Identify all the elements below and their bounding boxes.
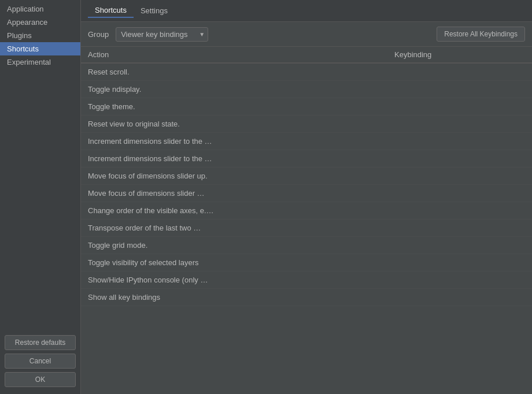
table-row[interactable]: Change order of the visible axes, e.… [81, 202, 532, 220]
cell-action: Change order of the visible axes, e.… [81, 206, 387, 215]
table-container: Action Keybinding Reset scroll.Toggle nd… [81, 47, 532, 394]
sidebar-item-application[interactable]: Application [0, 2, 80, 16]
table-row[interactable]: Move focus of dimensions slider up. [81, 168, 532, 185]
cell-action: Show all key bindings [81, 293, 387, 302]
cell-action: Toggle theme. [81, 102, 387, 111]
cell-keybinding [387, 68, 532, 76]
main-header: ShortcutsSettings [81, 0, 532, 22]
cell-keybinding [387, 172, 532, 180]
cell-action: Increment dimensions slider to the … [81, 154, 387, 163]
group-select-wrapper: Viewer key bindingsGlobal key bindings ▼ [116, 27, 208, 42]
table-header: Action Keybinding [81, 47, 532, 64]
table-row[interactable]: Toggle visibility of selected layers [81, 254, 532, 272]
cell-action: Reset view to original state. [81, 120, 387, 128]
restore-defaults-button[interactable]: Restore defaults [5, 335, 76, 350]
column-action-header: Action [81, 50, 387, 59]
sidebar-item-plugins[interactable]: Plugins [0, 29, 80, 42]
cell-keybinding [387, 276, 532, 284]
cell-action: Move focus of dimensions slider … [81, 189, 387, 198]
table-row[interactable]: Show/Hide IPython console (only … [81, 272, 532, 289]
sidebar-item-shortcuts[interactable]: Shortcuts [0, 42, 80, 55]
table-row[interactable]: Show all key bindings [81, 289, 532, 306]
cell-action: Increment dimensions slider to the … [81, 137, 387, 146]
table-row[interactable]: Increment dimensions slider to the … [81, 150, 532, 168]
ok-button[interactable]: OK [5, 372, 76, 387]
cell-keybinding [387, 85, 532, 94]
main-content: ShortcutsSettings Group Viewer key bindi… [81, 0, 532, 394]
content-area: Group Viewer key bindingsGlobal key bind… [81, 22, 532, 394]
group-select[interactable]: Viewer key bindingsGlobal key bindings [116, 27, 208, 42]
cancel-button[interactable]: Cancel [5, 354, 76, 369]
table-rows: Reset scroll.Toggle ndisplay.Toggle them… [81, 64, 532, 306]
table-row[interactable]: Transpose order of the last two … [81, 220, 532, 237]
group-label: Group [88, 30, 109, 39]
sidebar-bottom: Restore defaults Cancel OK [0, 330, 80, 392]
cell-action: Transpose order of the last two … [81, 224, 387, 232]
cell-keybinding [387, 258, 532, 267]
cell-keybinding [387, 102, 532, 111]
tab-settings[interactable]: Settings [134, 4, 175, 17]
table-row[interactable]: Increment dimensions slider to the … [81, 133, 532, 150]
cell-action: Toggle ndisplay. [81, 85, 387, 94]
sidebar-item-experimental[interactable]: Experimental [0, 55, 80, 69]
toolbar: Group Viewer key bindingsGlobal key bind… [81, 22, 532, 47]
table-row[interactable]: Toggle theme. [81, 98, 532, 116]
cell-keybinding [387, 241, 532, 250]
cell-action: Reset scroll. [81, 68, 387, 76]
table-row[interactable]: Reset scroll. [81, 64, 532, 81]
cell-keybinding [387, 154, 532, 163]
cell-keybinding [387, 137, 532, 146]
cell-keybinding [387, 224, 532, 232]
cell-action: Toggle grid mode. [81, 241, 387, 250]
cell-action: Toggle visibility of selected layers [81, 258, 387, 267]
restore-all-keybindings-button[interactable]: Restore All Keybindings [437, 27, 525, 42]
tab-shortcuts[interactable]: Shortcuts [88, 3, 134, 18]
cell-action: Move focus of dimensions slider up. [81, 172, 387, 180]
table-row[interactable]: Reset view to original state. [81, 116, 532, 133]
cell-keybinding [387, 189, 532, 198]
cell-keybinding [387, 293, 532, 302]
column-keybinding-header: Keybinding [387, 50, 532, 59]
sidebar: ApplicationAppearancePluginsShortcutsExp… [0, 0, 81, 394]
table-row[interactable]: Toggle ndisplay. [81, 81, 532, 98]
cell-keybinding [387, 120, 532, 128]
cell-keybinding [387, 206, 532, 215]
table-row[interactable]: Toggle grid mode. [81, 237, 532, 254]
cell-action: Show/Hide IPython console (only … [81, 276, 387, 284]
sidebar-item-appearance[interactable]: Appearance [0, 16, 80, 29]
table-row[interactable]: Move focus of dimensions slider … [81, 185, 532, 202]
